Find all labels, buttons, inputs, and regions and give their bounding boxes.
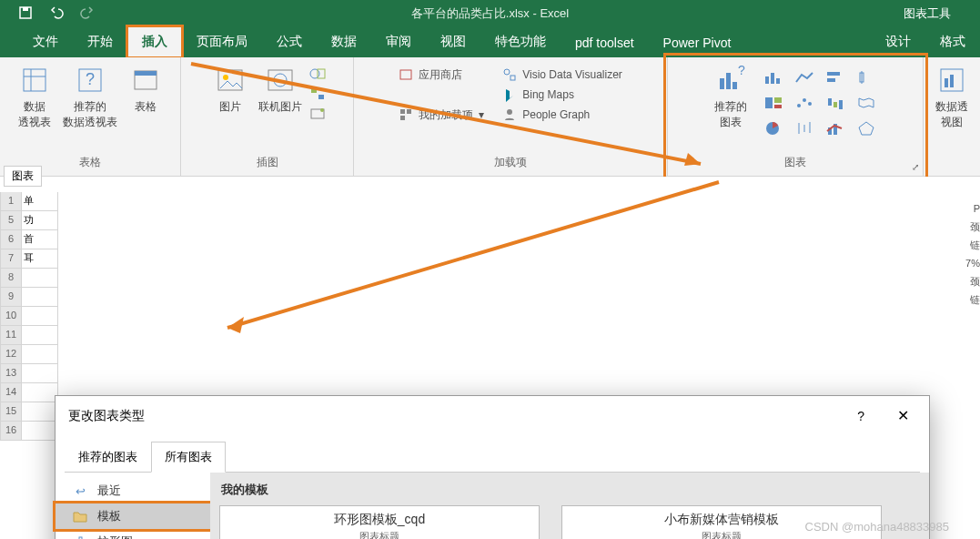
tab-format[interactable]: 格式	[925, 26, 980, 57]
templates-header: 我的模板	[221, 482, 920, 498]
cat-recent[interactable]: ↩最近	[56, 478, 210, 503]
screenshot-icon[interactable]	[309, 107, 326, 124]
cell[interactable]	[22, 288, 58, 307]
redo-icon[interactable]	[80, 5, 95, 23]
svg-point-25	[507, 109, 512, 115]
cell[interactable]: 耳	[22, 249, 58, 269]
chart-category-list: ↩最近 模板 柱形图 折线图 饼图 条形图 面积图 X Y (散点图)	[56, 473, 210, 539]
tab-formulas[interactable]: 公式	[262, 26, 317, 57]
recommended-charts-button[interactable]: ?推荐的 图表	[710, 65, 752, 130]
right-edge-cells: P颈链7%颈链	[962, 199, 980, 309]
my-addins-button[interactable]: 我的加载项 ▾	[399, 105, 484, 125]
tab-layout[interactable]: 页面布局	[182, 26, 262, 57]
cell[interactable]	[22, 326, 58, 345]
cell[interactable]	[22, 383, 58, 402]
cell[interactable]: 单	[22, 192, 58, 211]
undo-icon[interactable]	[49, 5, 64, 23]
bing-addin[interactable]: Bing Maps	[502, 85, 622, 105]
tab-review[interactable]: 审阅	[371, 26, 426, 57]
tab-data[interactable]: 数据	[317, 26, 371, 57]
tab-recommended-charts[interactable]: 推荐的图表	[65, 442, 151, 473]
tab-special[interactable]: 特色功能	[480, 26, 561, 57]
row-header[interactable]: 8	[0, 269, 22, 288]
recommended-pivot-button[interactable]: ?推荐的 数据透视表	[63, 65, 117, 130]
cat-column[interactable]: 柱形图	[56, 529, 210, 539]
online-picture-button[interactable]: 联机图片	[258, 65, 302, 115]
group-label-charts: 图表	[675, 151, 915, 176]
svg-rect-38	[774, 97, 782, 103]
pivot-chart-button[interactable]: 数据透视图	[931, 65, 973, 130]
cat-templates[interactable]: 模板	[56, 503, 210, 529]
tab-design[interactable]: 设计	[871, 26, 925, 57]
stock-chart-icon	[792, 117, 817, 139]
svg-point-12	[274, 74, 287, 86]
svg-rect-2	[24, 69, 45, 91]
row-header[interactable]: 13	[0, 364, 22, 383]
table-button[interactable]: 表格	[125, 65, 167, 115]
svg-point-40	[797, 104, 801, 107]
svg-rect-33	[827, 72, 840, 76]
svg-rect-24	[510, 76, 515, 80]
tab-insert[interactable]: 插入	[127, 26, 182, 57]
row-header[interactable]: 14	[0, 383, 22, 402]
charts-dialog-launcher-icon[interactable]: ⤢	[912, 162, 919, 172]
tab-view[interactable]: 视图	[426, 26, 480, 57]
cell[interactable]: 首	[22, 230, 58, 249]
chart-type-gallery[interactable]	[759, 65, 881, 141]
change-chart-type-dialog: 更改图表类型 ? ✕ 推荐的图表 所有图表 ↩最近 模板 柱形图 折线图 饼图 …	[55, 395, 930, 539]
ribbon: 数据 透视表 ?推荐的 数据透视表 表格 表格 图片 联机图片 插图 应用商店 …	[0, 57, 980, 177]
cell[interactable]	[22, 422, 58, 441]
dialog-close-icon[interactable]: ✕	[890, 403, 916, 428]
picture-button[interactable]: 图片	[209, 65, 251, 115]
svg-rect-30	[765, 76, 769, 84]
people-addin[interactable]: People Graph	[502, 105, 622, 125]
combo-chart-icon	[823, 117, 848, 139]
hierarchy-chart-icon	[761, 92, 786, 114]
group-label-illus: 插图	[188, 151, 346, 176]
template-card-line[interactable]: 小布新媒体营销模板 图表标题 302520151050 1/11/21/31/4…	[561, 505, 882, 539]
tab-pdf[interactable]: pdf toolset	[561, 28, 649, 57]
smartart-icon[interactable]	[309, 86, 326, 104]
row-headers[interactable]: 15678910111213141516	[0, 192, 22, 441]
pivot-table-button[interactable]: 数据 透视表	[14, 65, 56, 130]
svg-point-42	[808, 102, 812, 106]
row-header[interactable]: 16	[0, 422, 22, 441]
svg-rect-1	[23, 7, 28, 11]
map-chart-icon	[854, 92, 879, 114]
row-header[interactable]: 1	[0, 192, 22, 211]
svg-rect-16	[318, 95, 324, 99]
tab-all-charts[interactable]: 所有图表	[151, 442, 226, 473]
cell[interactable]	[22, 402, 58, 422]
visio-addin[interactable]: Visio Data Visualizer	[502, 65, 622, 85]
row-header[interactable]: 9	[0, 288, 22, 307]
svg-rect-45	[839, 100, 843, 109]
row-header[interactable]: 6	[0, 230, 22, 249]
row-header[interactable]: 11	[0, 326, 22, 345]
shapes-icon[interactable]	[309, 66, 326, 84]
row-header[interactable]: 10	[0, 307, 22, 326]
dialog-help-icon[interactable]: ?	[850, 405, 872, 427]
cell[interactable]	[22, 269, 58, 288]
tab-file[interactable]: 文件	[18, 26, 73, 57]
svg-rect-43	[828, 98, 832, 106]
title-bar: 各平台的品类占比.xlsx - Excel 图表工具	[0, 0, 980, 27]
cell[interactable]	[22, 345, 58, 364]
row-header[interactable]: 15	[0, 402, 22, 422]
tab-home[interactable]: 开始	[73, 26, 127, 57]
svg-rect-31	[771, 73, 774, 84]
worksheet[interactable]: 图表 15678910111213141516 单功首耳 P颈链7%颈链 更改图…	[0, 177, 980, 504]
cell[interactable]	[22, 307, 58, 326]
name-box[interactable]: 图表	[4, 166, 42, 187]
svg-rect-19	[400, 70, 411, 79]
cell[interactable]	[22, 364, 58, 383]
pie-chart-icon	[761, 117, 786, 139]
app-store-button[interactable]: 应用商店	[399, 65, 484, 85]
save-icon[interactable]	[18, 5, 33, 23]
tab-powerpivot[interactable]: Power Pivot	[649, 28, 746, 57]
cell[interactable]: 功	[22, 211, 58, 230]
row-header[interactable]: 12	[0, 345, 22, 364]
column-a-cells[interactable]: 单功首耳	[22, 192, 58, 441]
template-card-donut[interactable]: 环形图模板_cqd 图表标题	[219, 505, 540, 539]
row-header[interactable]: 7	[0, 249, 22, 269]
row-header[interactable]: 5	[0, 211, 22, 230]
